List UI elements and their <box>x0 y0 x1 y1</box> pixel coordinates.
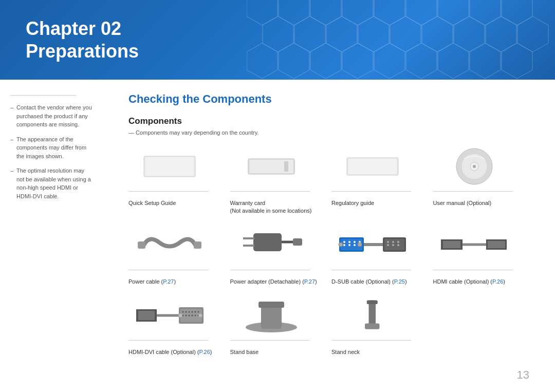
component-stand-base: Stand base <box>230 295 324 365</box>
component-stand-neck: Stand neck <box>331 295 425 365</box>
divider <box>128 340 208 341</box>
component-label-regulatory: Regulatory guide <box>331 199 374 207</box>
component-image-dsub-cable <box>331 225 414 266</box>
divider <box>331 270 411 270</box>
component-hdmi-dvi-cable: HDMI-DVI cable (Optional) (P.26) <box>128 295 223 365</box>
svg-point-53 <box>186 311 187 312</box>
svg-point-36 <box>397 241 399 243</box>
hdmi-dvi-cable-link[interactable]: P.26 <box>199 349 210 355</box>
component-label-power-adapter: Power adapter (Detachable) (P.27) <box>230 278 317 286</box>
component-image-power-adapter <box>230 225 312 266</box>
sidebar-note-3: The optimal resolution may not be availa… <box>10 166 92 200</box>
subtitle-note: Components may vary depending on the cou… <box>128 129 534 136</box>
component-image-hdmi-dvi-cable <box>128 295 211 336</box>
power-cable-link[interactable]: P.27 <box>163 278 174 285</box>
svg-point-22 <box>343 241 345 243</box>
svg-point-37 <box>387 244 389 246</box>
svg-marker-0 <box>247 0 278 25</box>
divider <box>331 191 411 192</box>
svg-rect-68 <box>258 302 284 308</box>
svg-point-52 <box>182 311 184 312</box>
component-image-stand-base <box>230 295 312 336</box>
sidebar-note-1: Contact the vendor where you purchased t… <box>10 103 92 129</box>
component-image-user-manual <box>433 146 515 187</box>
header-title-block: Chapter 02 Preparations <box>26 17 139 62</box>
svg-point-61 <box>192 314 193 316</box>
component-power-cable: Power cable (P.27) <box>128 225 223 295</box>
component-warranty: Warranty card(Not available in some loca… <box>230 146 324 225</box>
svg-rect-14 <box>253 233 282 251</box>
component-power-adapter: Power adapter (Detachable) (P.27) <box>230 225 324 295</box>
component-label-stand-neck: Stand neck <box>331 348 360 356</box>
svg-point-39 <box>397 244 399 246</box>
svg-point-56 <box>195 311 196 312</box>
svg-marker-46 <box>488 241 505 248</box>
svg-rect-2 <box>145 157 194 176</box>
svg-point-60 <box>189 314 190 316</box>
svg-point-65 <box>198 313 202 318</box>
svg-rect-12 <box>138 241 145 249</box>
main-content: Contact the vendor where you purchased t… <box>0 80 555 392</box>
svg-point-59 <box>186 314 187 316</box>
svg-point-34 <box>387 241 389 243</box>
component-image-regulatory <box>331 146 414 187</box>
svg-point-30 <box>339 242 343 247</box>
component-image-warranty <box>230 146 312 187</box>
svg-point-38 <box>392 244 394 246</box>
header-bg-pattern <box>247 0 555 80</box>
svg-rect-71 <box>367 300 378 304</box>
component-label-quick-setup: Quick Setup Guide <box>128 199 176 207</box>
component-hdmi-cable: HDMI cable (Optional) (P.26) <box>433 225 527 295</box>
svg-marker-49 <box>138 311 155 320</box>
component-image-quick-setup <box>128 146 211 187</box>
svg-point-27 <box>348 244 350 246</box>
chapter-label: Chapter 02 <box>26 17 139 40</box>
svg-point-55 <box>192 311 193 312</box>
divider <box>128 270 208 270</box>
component-image-stand-neck <box>331 295 414 336</box>
component-user-manual: User manual (Optional) <box>433 146 527 225</box>
sidebar: Contact the vendor where you purchased t… <box>0 80 103 392</box>
svg-rect-7 <box>348 159 397 174</box>
svg-point-64 <box>178 313 182 318</box>
component-label-user-manual: User manual (Optional) <box>433 199 492 207</box>
dsub-cable-link[interactable]: P.25 <box>394 278 405 285</box>
divider <box>331 340 411 341</box>
component-quick-setup: Quick Setup Guide <box>128 146 223 225</box>
chapter-title: Preparations <box>26 40 139 62</box>
component-label-warranty: Warranty card(Not available in some loca… <box>230 199 312 215</box>
component-dsub-cable: D-SUB cable (Optional) (P.25) <box>331 225 425 295</box>
divider <box>128 191 208 192</box>
section-title: Checking the Components <box>128 92 534 106</box>
component-regulatory: Regulatory guide <box>331 146 425 225</box>
component-label-hdmi-dvi-cable: HDMI-DVI cable (Optional) (P.26) <box>128 348 212 356</box>
svg-point-57 <box>198 311 199 312</box>
svg-point-31 <box>358 242 362 247</box>
component-image-power-cable <box>128 225 211 266</box>
svg-point-23 <box>348 241 350 243</box>
hdmi-cable-link[interactable]: P.26 <box>492 278 503 285</box>
component-label-power-cable: Power cable (P.27) <box>128 278 176 286</box>
svg-rect-70 <box>365 323 380 329</box>
page-header: Chapter 02 Preparations <box>0 0 555 80</box>
svg-rect-5 <box>284 161 288 172</box>
svg-point-11 <box>473 165 476 168</box>
svg-marker-44 <box>443 241 460 248</box>
component-label-hdmi-cable: HDMI cable (Optional) (P.26) <box>433 278 505 286</box>
svg-point-62 <box>195 314 196 316</box>
divider <box>230 191 310 192</box>
power-adapter-link[interactable]: P.27 <box>304 278 315 285</box>
svg-rect-16 <box>293 238 302 246</box>
divider <box>230 270 310 270</box>
svg-rect-67 <box>261 304 282 329</box>
sidebar-divider <box>10 95 76 96</box>
components-row-1: Quick Setup Guide Warranty card(Not avai… <box>128 146 534 225</box>
svg-rect-13 <box>194 241 201 249</box>
page-number: 13 <box>517 368 529 382</box>
svg-point-24 <box>354 241 356 243</box>
divider <box>433 191 513 192</box>
divider <box>433 270 513 270</box>
component-image-hdmi-cable <box>433 225 515 266</box>
svg-point-26 <box>343 244 345 246</box>
components-row-2: Power cable (P.27) <box>128 225 534 295</box>
